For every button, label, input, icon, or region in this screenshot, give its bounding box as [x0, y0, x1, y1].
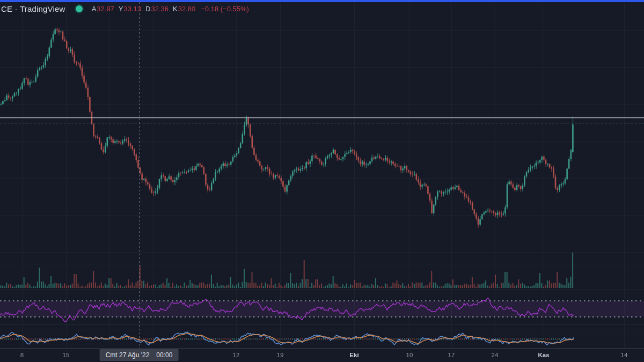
time-axis-label: 19 — [277, 352, 284, 358]
crosshair-date-tooltip: Cmt 27 Ağu '22 00:00 — [100, 349, 179, 361]
time-axis-label: Eki — [349, 352, 358, 358]
time-axis-label: 10 — [406, 352, 413, 358]
high-label: Y — [119, 5, 123, 13]
open-value: 32.97 — [97, 5, 114, 13]
time-axis[interactable]: Cmt 27 Ağu '22 00:00 8151219Eki101724Kas… — [0, 348, 644, 362]
change-value: −0.18 (−0.55%) — [201, 5, 249, 13]
time-axis-label: 12 — [233, 352, 240, 358]
open-label: A — [92, 5, 97, 13]
chart-canvas[interactable] — [0, 0, 644, 362]
time-axis-label: 14 — [621, 352, 628, 358]
tooltip-date: Cmt 27 Ağu '22 — [106, 351, 150, 359]
low-value: 32.36 — [151, 5, 169, 13]
ohlc-readout: A32.97 Y33.13 D32.36 K32.80 −0.18 (−0.55… — [92, 5, 249, 13]
low-label: D — [145, 5, 150, 13]
time-axis-label: 15 — [63, 352, 70, 358]
time-axis-label: 8 — [20, 352, 24, 358]
chart-legend: CE · TradingView A32.97 Y33.13 D32.36 K3… — [1, 4, 249, 13]
high-pair: Y33.13 — [119, 5, 141, 13]
time-axis-label: 17 — [448, 352, 455, 358]
close-value: 32.80 — [178, 5, 196, 13]
high-value: 33.13 — [124, 5, 142, 13]
open-pair: A32.97 — [92, 5, 114, 13]
close-pair: K32.80 — [173, 5, 195, 13]
time-axis-label: 24 — [492, 352, 499, 358]
low-pair: D32.36 — [145, 5, 169, 13]
symbol-title[interactable]: CE · TradingView — [1, 4, 65, 13]
market-open-status-icon[interactable] — [76, 5, 83, 12]
tooltip-time: 00:00 — [156, 351, 172, 359]
close-label: K — [173, 5, 178, 13]
loading-progress-bar — [0, 0, 644, 2]
tradingview-chart: CE · TradingView A32.97 Y33.13 D32.36 K3… — [0, 0, 644, 362]
time-axis-label: Kas — [538, 352, 549, 358]
